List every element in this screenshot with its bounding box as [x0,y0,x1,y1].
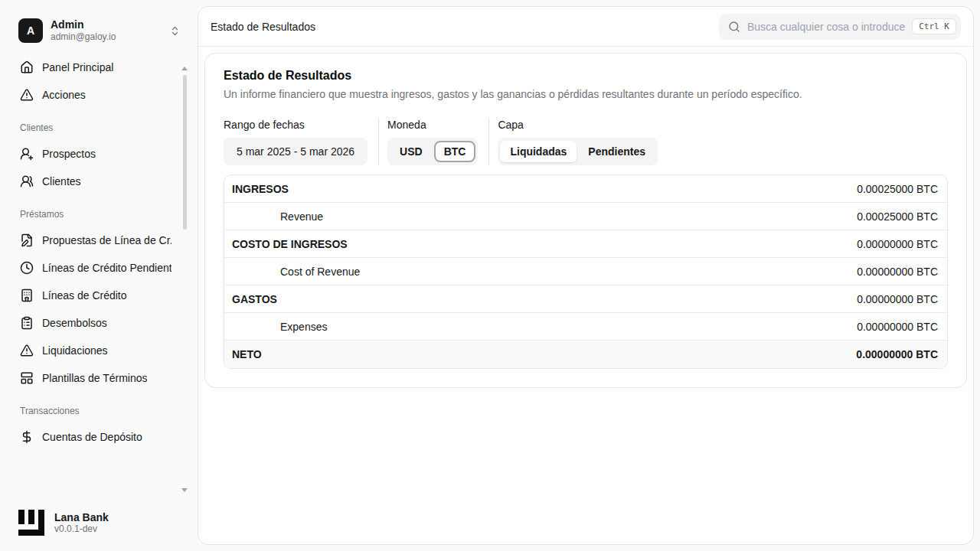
chevrons-up-down-icon [169,25,181,37]
avatar-initial: A [27,24,34,37]
report-title: Estado de Resultados [224,69,948,83]
row-label: Revenue [232,210,323,223]
breadcrumb: Estado de Resultados [211,21,315,33]
main-header: Estado de Resultados Ctrl K [198,7,973,47]
row-label: Expenses [232,321,327,333]
search-input[interactable] [747,21,905,33]
row-value: 0.00000000 BTC [857,293,938,305]
date-range-button[interactable]: 5 mar 2025 - 5 mar 2026 [224,138,368,165]
file-pen-icon [20,233,34,247]
currency-toggle: USDBTC [387,138,478,165]
sidebar-item-propuestas-linea-credito[interactable]: Propuestas de Línea de Cr... [0,227,191,254]
date-range-label: Rango de fechas [224,119,368,131]
search-icon [728,21,740,33]
sidebar-item-lineas-credito-pendientes[interactable]: Líneas de Crédito Pendient... [0,254,191,282]
currency-group: Moneda USDBTC [378,119,488,165]
row-value: 0.00000000 BTC [857,321,938,333]
brand-name: Lana Bank [54,511,109,524]
sidebar-nav: Panel PrincipalAccionesClientesProspecto… [0,49,191,500]
row-value: 0.00000000 BTC [856,348,938,360]
brand-version: v0.0.1-dev [54,523,109,534]
layer-toggle: LiquidadasPendientes [498,138,658,165]
layer-group: Capa LiquidadasPendientes [488,119,668,165]
scroll-down-indicator [181,488,188,492]
row-label: COSTO DE INGRESOS [232,238,348,250]
user-plus-icon [20,147,34,161]
sidebar-item-liquidaciones[interactable]: Liquidaciones [0,337,191,364]
sidebar-item-panel-principal[interactable]: Panel Principal [0,54,191,81]
clock-icon [20,261,34,275]
user-name: Admin [51,18,116,31]
currency-label: Moneda [387,119,478,131]
content-area: Estado de Resultados Un informe financie… [198,47,973,544]
option-liquidadas[interactable]: Liquidadas [500,141,577,162]
avatar: A [18,18,43,43]
sidebar-item-prospectos[interactable]: Prospectos [0,140,191,168]
sidebar-item-label: Desembolsos [42,317,107,329]
sidebar-item-desembolsos[interactable]: Desembolsos [0,309,191,337]
users-icon [20,174,34,188]
table-row-expenses: Expenses0.00000000 BTC [224,313,947,341]
sidebar-item-cuentas-deposito[interactable]: Cuentas de Depósito [0,423,191,451]
shortcut-badge: Ctrl K [912,18,956,34]
home-icon [20,60,34,74]
sidebar: A Admin admin@galoy.io Panel PrincipalAc… [0,0,191,551]
sidebar-item-label: Prospectos [42,148,96,160]
row-label: INGRESOS [232,183,289,195]
sidebar-item-plantillas-terminos[interactable]: Plantillas de Términos [0,364,191,392]
layer-label: Capa [498,119,658,131]
sidebar-item-lineas-credito[interactable]: Líneas de Crédito [0,282,191,309]
table-row-cost-of-revenue: Cost of Revenue0.00000000 BTC [224,258,947,285]
row-value: 0.00000000 BTC [857,266,938,278]
date-range-group: Rango de fechas 5 mar 2025 - 5 mar 2026 [224,119,378,165]
bank-icon [20,289,34,302]
user-menu-trigger[interactable]: A Admin admin@galoy.io [12,18,181,43]
scroll-up-indicator [181,67,188,70]
main-panel: Estado de Resultados Ctrl K Estado de Re… [198,6,974,545]
sidebar-item-label: Propuestas de Línea de Cr... [42,234,172,246]
sidebar-item-label: Plantillas de Términos [42,372,147,384]
table-row-gastos: GASTOS0.00000000 BTC [224,285,947,313]
sidebar-item-label: Liquidaciones [42,344,108,357]
option-usd[interactable]: USD [390,141,433,162]
option-btc[interactable]: BTC [434,141,476,162]
row-value: 0.00000000 BTC [857,238,938,250]
table-row-costo-de-ingresos: COSTO DE INGRESOS0.00000000 BTC [224,230,947,258]
option-pendientes[interactable]: Pendientes [578,141,655,162]
nav-section-label: Transacciones [0,392,191,423]
sidebar-item-label: Líneas de Crédito Pendient... [42,262,172,274]
brand-footer: Lana Bank v0.0.1-dev [0,500,191,551]
alert-triangle-icon [20,88,34,102]
sidebar-item-label: Acciones [42,89,86,101]
report-description: Un informe financiero que muestra ingres… [224,88,948,100]
sidebar-item-label: Líneas de Crédito [42,289,127,302]
user-email: admin@galoy.io [51,31,116,42]
dollar-icon [20,430,34,444]
income-statement-table: INGRESOS0.00025000 BTCRevenue0.00025000 … [224,174,948,369]
nav-section-label: Clientes [0,109,191,140]
sidebar-item-acciones[interactable]: Acciones [0,81,191,109]
app-root: A Admin admin@galoy.io Panel PrincipalAc… [0,0,980,551]
clipboard-list-icon [20,316,34,330]
sidebar-item-label: Clientes [42,175,81,187]
row-label: NETO [232,348,262,360]
sidebar-item-label: Cuentas de Depósito [42,431,142,443]
row-value: 0.00025000 BTC [857,210,938,223]
row-value: 0.00025000 BTC [857,183,938,195]
alert-triangle-icon [20,344,34,357]
layout-template-icon [20,371,34,385]
row-label: GASTOS [232,293,277,305]
table-row-revenue: Revenue0.00025000 BTC [224,203,947,230]
sidebar-scrollbar[interactable] [183,75,187,230]
user-meta: Admin admin@galoy.io [51,18,116,42]
search-box[interactable]: Ctrl K [719,14,961,40]
nav-section-label: Préstamos [0,195,191,227]
lana-bank-logo-icon [18,510,44,536]
sidebar-item-clientes[interactable]: Clientes [0,168,191,195]
table-row-neto: NETO0.00000000 BTC [224,341,947,368]
sidebar-item-label: Panel Principal [42,61,113,73]
row-label: Cost of Revenue [232,266,360,278]
table-row-ingresos: INGRESOS0.00025000 BTC [224,175,947,203]
report-filters: Rango de fechas 5 mar 2025 - 5 mar 2026 … [224,119,948,165]
report-card: Estado de Resultados Un informe financie… [204,53,967,388]
